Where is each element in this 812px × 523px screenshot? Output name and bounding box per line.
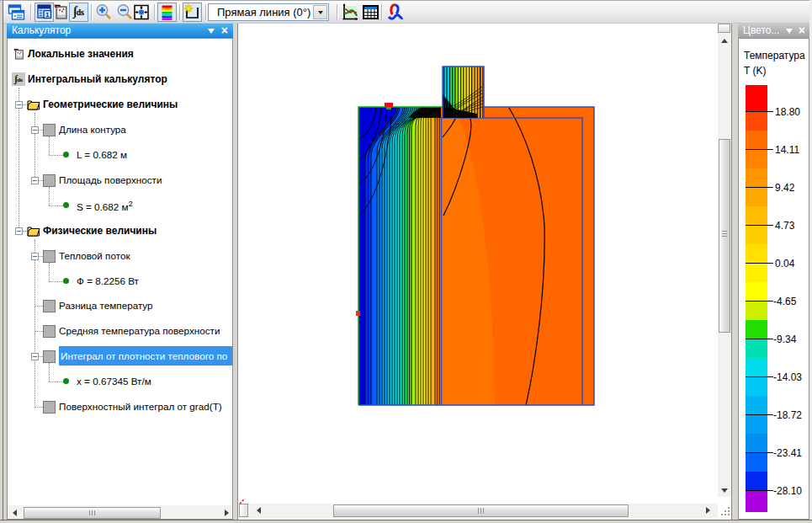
svg-text:1: 1: [45, 11, 50, 19]
